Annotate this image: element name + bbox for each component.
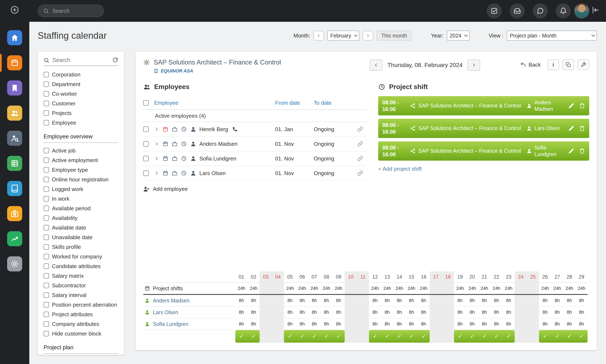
sidebar-item-candidate-search[interactable] [0,126,29,151]
link-button[interactable] [357,170,367,176]
chat-button[interactable] [533,3,548,18]
row-checkbox[interactable] [143,127,149,132]
clock-action-button[interactable] [181,156,190,161]
briefcase-action-button[interactable] [172,126,181,132]
sidebar-item-time-registration[interactable] [0,201,29,226]
filter-employee-type[interactable]: Employee type [44,165,118,175]
filter-salary-matrix-checkbox[interactable] [44,273,49,279]
filter-active-job-checkbox[interactable] [44,148,49,153]
filter-available-date[interactable]: Available date [44,223,118,233]
back-button[interactable]: Back [520,62,541,68]
sidebar-item-spreadsheet[interactable] [0,151,29,176]
filter-customer-checkbox[interactable] [44,101,49,106]
add-employee-button[interactable]: Add employee [143,186,188,192]
filter-skills-profile[interactable]: Skills profile [44,242,118,252]
filter-search[interactable] [44,57,118,66]
filter-active-employment-checkbox[interactable] [44,157,49,163]
filter-active-employment[interactable]: Active employment [44,156,118,165]
notifications-button[interactable] [556,3,571,18]
collapse-button[interactable] [591,6,599,16]
link-button[interactable] [357,156,367,161]
gear-icon[interactable] [143,59,150,66]
expand-row-button[interactable] [154,127,163,132]
shift-bar-sofia-lundgren[interactable]: 08:00 -16:00SAP Solutions Architect – Fi… [378,141,589,161]
filter-online-hour-registration-checkbox[interactable] [44,177,49,182]
this-month-button[interactable]: This month [376,31,412,41]
filter-in-work-checkbox[interactable] [44,196,49,201]
filter-department-checkbox[interactable] [44,81,49,87]
filter-available-period-checkbox[interactable] [44,206,49,211]
grid-row-label-sofia-lundgren[interactable]: Sofia Lundgren [143,318,235,330]
filter-company-attributes[interactable]: Company attributes [44,319,118,329]
settings-button[interactable] [578,59,589,70]
column-to-date[interactable]: To date [314,100,357,106]
filter-skills-profile-checkbox[interactable] [44,244,49,250]
copy-button[interactable] [562,59,574,70]
sidebar-item-ledger[interactable] [0,176,29,201]
filter-search-input[interactable] [52,57,109,64]
link-button[interactable] [357,126,367,132]
shift-bar-anders-madsen[interactable]: 08:00 -16:00SAP Solutions Architect – Fi… [378,96,589,115]
employee-row-sofia-lundgren[interactable]: Sofia Lundgren01. NovOngoing [143,151,367,166]
sidebar-item-people[interactable] [0,101,29,126]
filter-salary-interval[interactable]: Salary interval [44,290,118,300]
grid-row-label-lars-olsen[interactable]: Lars Olsen [143,307,235,318]
filter-corporation-checkbox[interactable] [44,72,49,77]
filter-availability-checkbox[interactable] [44,215,49,221]
clock-action-button[interactable] [181,141,190,147]
filter-candidate-attributes-checkbox[interactable] [44,263,49,269]
add-button[interactable] [10,5,19,16]
clock-action-button[interactable] [181,170,190,176]
filter-unavailable-date-checkbox[interactable] [44,234,49,240]
briefcase-action-button[interactable] [172,141,181,147]
expand-row-button[interactable] [154,171,163,176]
row-checkbox[interactable] [143,156,149,161]
expand-row-button[interactable] [154,156,163,161]
add-project-shift-button[interactable]: + Add project shift [378,166,422,172]
row-checkbox[interactable] [143,170,149,176]
select-all-checkbox[interactable] [143,100,149,105]
filter-employee-type-checkbox[interactable] [44,167,49,173]
filter-salary-interval-checkbox[interactable] [44,292,49,298]
filter-employee-checkbox[interactable] [44,120,49,125]
filter-worked-for-company[interactable]: Worked for company [44,252,118,261]
view-select[interactable]: Project plan - Month [507,31,597,41]
avatar[interactable] [574,3,589,18]
calendar-action-button[interactable] [163,170,172,176]
filter-active-job[interactable]: Active job [44,146,118,156]
filter-available-period[interactable]: Available period [44,204,118,213]
employee-row-henrik-berg[interactable]: Henrik Berg01. JanOngoing [143,122,367,137]
sidebar-item-reports[interactable] [0,226,29,251]
calendar-action-button[interactable] [163,126,172,132]
next-day-button[interactable] [468,59,480,71]
filter-online-hour-registration[interactable]: Online hour registration [44,175,118,184]
filter-position-percent-aberration[interactable]: Position percent aberration [44,300,118,310]
filter-availability[interactable]: Availability [44,213,118,223]
info-button[interactable]: i [547,59,559,70]
briefcase-action-button[interactable] [172,170,181,176]
filter-logged-work-checkbox[interactable] [44,186,49,192]
filter-logged-work[interactable]: Logged work [44,184,118,194]
filter-projects-checkbox[interactable] [44,110,49,116]
calendar-action-button[interactable] [163,156,172,161]
shift-bar-lars-olsen[interactable]: 08:00 -16:00SAP Solutions Architect – Fi… [378,119,589,138]
filter-company-attributes-checkbox[interactable] [44,321,49,327]
delete-icon[interactable] [579,148,585,154]
briefcase-action-button[interactable] [172,156,181,161]
filter-project-attributes-checkbox[interactable] [44,312,49,317]
delete-icon[interactable] [579,103,585,109]
row-checkbox[interactable] [143,141,149,147]
inbox-button[interactable] [510,3,525,18]
prev-month-button[interactable] [313,31,324,40]
expand-row-button[interactable] [154,141,163,146]
prev-day-button[interactable] [370,59,382,71]
filter-department[interactable]: Department [44,79,118,89]
grid-row-label-anders-madsen[interactable]: Anders Madsen [143,295,235,307]
sidebar-item-organization[interactable] [0,75,29,101]
filter-position-percent-aberration-checkbox[interactable] [44,302,49,307]
filter-unavailable-date[interactable]: Unavailable date [44,233,118,242]
month-select[interactable]: February [327,31,359,41]
filter-hide-customer-block[interactable]: Hide customer block [44,329,118,338]
column-employee[interactable]: Employee [154,100,275,106]
filter-salary-matrix[interactable]: Salary matrix [44,271,118,281]
